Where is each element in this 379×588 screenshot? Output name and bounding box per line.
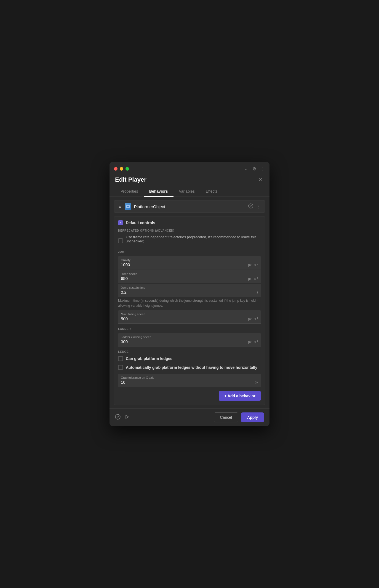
behavior-help-button[interactable]: ? — [248, 203, 253, 210]
jump-sustain-value-row: 0,2 s — [121, 290, 258, 295]
jump-sustain-hint: Maximum time (in seconds) during which t… — [118, 298, 261, 308]
max-falling-speed-value-row: 500 px · s-1 — [121, 316, 258, 321]
jump-sustain-field[interactable]: Jump sustain time 0,2 s — [118, 284, 261, 297]
jump-section-label: JUMP — [118, 250, 261, 253]
behavior-icon — [125, 203, 131, 210]
auto-grab-ledges-label: Automatically grab platform ledges witho… — [126, 365, 257, 370]
tabs-bar: Properties Behaviors Variables Effects — [110, 184, 269, 197]
tab-variables[interactable]: Variables — [174, 187, 200, 197]
jump-speed-field[interactable]: Jump speed 650 px · s-1 — [118, 270, 261, 283]
grab-tolerance-label: Grab tolerance on X axis — [121, 376, 258, 379]
ledge-section-label: LEDGE — [118, 350, 261, 353]
apply-button[interactable]: Apply — [241, 412, 264, 422]
edit-player-dialog: ⌄ ⚙ ⋮ Edit Player ✕ Properties Behaviors… — [110, 162, 269, 426]
deprecated-label: Use frame rate dependent trajectories (d… — [126, 235, 261, 243]
svg-text:?: ? — [250, 204, 252, 208]
ladder-climbing-speed-field[interactable]: Ladder climbing speed 300 px · s-1 — [118, 333, 261, 346]
max-falling-speed-unit: px · s-1 — [248, 317, 258, 321]
default-controls-label: Default controls — [126, 221, 155, 225]
svg-text:?: ? — [117, 415, 119, 419]
grab-tolerance-unit: px — [255, 380, 258, 384]
jump-speed-label: Jump speed — [121, 272, 258, 276]
ladder-climbing-speed-unit: px · s-1 — [248, 340, 258, 344]
auto-grab-ledges-checkbox[interactable] — [118, 365, 123, 370]
can-grab-ledges-label: Can grab platform ledges — [126, 356, 172, 361]
grab-tolerance-value: 10 — [121, 380, 126, 385]
more-icon[interactable]: ⋮ — [261, 166, 265, 171]
close-button[interactable]: ✕ — [256, 176, 264, 184]
titlebar: ⌄ ⚙ ⋮ — [110, 162, 269, 174]
auto-grab-ledges-row: Automatically grab platform ledges witho… — [118, 365, 261, 370]
close-traffic-light[interactable] — [114, 167, 118, 171]
jump-speed-value-row: 650 px · s-1 — [121, 276, 258, 281]
ladder-climbing-speed-value: 300 — [121, 339, 128, 344]
footer-right: Cancel Apply — [214, 412, 264, 422]
tab-properties[interactable]: Properties — [115, 187, 144, 197]
help-icon[interactable]: ? — [115, 414, 121, 421]
gravity-value-row: 1000 px · s-2 — [121, 262, 258, 267]
behavior-header-right: ? ⋮ — [248, 203, 261, 210]
grab-tolerance-value-row: 10 px — [121, 380, 258, 385]
jump-sustain-value: 0,2 — [121, 290, 127, 295]
add-behavior-button[interactable]: + Add a behavior — [219, 391, 261, 401]
grab-tolerance-field[interactable]: Grab tolerance on X axis 10 px — [118, 374, 261, 387]
footer-left: ? — [115, 414, 129, 421]
behavior-body: ✓ Default controls DEPRECATED OPTIONS (A… — [114, 216, 265, 405]
default-controls-checkbox[interactable]: ✓ — [118, 220, 123, 225]
footer: ? Cancel Apply — [110, 408, 269, 426]
jump-speed-unit: px · s-1 — [248, 276, 258, 281]
ladder-climbing-speed-label: Ladder climbing speed — [121, 335, 258, 339]
max-falling-speed-field[interactable]: Max. falling speed 500 px · s-1 — [118, 310, 261, 324]
max-falling-speed-label: Max. falling speed — [121, 312, 258, 316]
ladder-climbing-speed-value-row: 300 px · s-1 — [121, 339, 258, 344]
deprecated-checkbox-row: Use frame rate dependent trajectories (d… — [118, 235, 261, 247]
dropdown-icon[interactable]: ⌄ — [244, 166, 248, 171]
jump-sustain-unit: s — [257, 290, 258, 294]
gravity-value: 1000 — [121, 262, 130, 267]
minimize-traffic-light[interactable] — [120, 167, 123, 171]
default-controls-row: ✓ Default controls — [118, 220, 261, 225]
checkmark-icon: ✓ — [119, 221, 122, 225]
dialog-header: Edit Player ✕ — [110, 174, 269, 184]
can-grab-ledges-checkbox[interactable] — [118, 356, 123, 361]
dialog-title: Edit Player — [115, 176, 146, 183]
ladder-section-label: LADDER — [118, 327, 261, 330]
behavior-name: PlatformerObject — [134, 204, 165, 209]
can-grab-ledges-row: Can grab platform ledges — [118, 356, 261, 361]
gravity-field[interactable]: Gravity 1000 px · s-2 — [118, 256, 261, 269]
gravity-unit: px · s-2 — [248, 263, 258, 267]
deprecated-section-label: DEPRECATED OPTIONS (ADVANCED) — [118, 229, 261, 232]
gravity-label: Gravity — [121, 258, 258, 262]
behavior-header-left: ▲ PlatformerObject — [118, 203, 165, 210]
tab-behaviors[interactable]: Behaviors — [144, 187, 174, 197]
play-icon[interactable] — [124, 414, 129, 421]
jump-sustain-label: Jump sustain time — [121, 286, 258, 289]
cancel-button[interactable]: Cancel — [214, 412, 239, 422]
max-falling-speed-value: 500 — [121, 316, 128, 321]
behavior-more-button[interactable]: ⋮ — [257, 204, 261, 209]
behavior-header: ▲ PlatformerObject ? ⋮ — [114, 200, 265, 213]
content-area: ▲ PlatformerObject ? ⋮ — [110, 197, 269, 408]
puzzle-icon[interactable]: ⚙ — [252, 166, 256, 171]
titlebar-right: ⌄ ⚙ ⋮ — [244, 166, 265, 171]
traffic-lights — [114, 167, 129, 171]
tab-effects[interactable]: Effects — [200, 187, 223, 197]
jump-speed-value: 650 — [121, 276, 128, 281]
collapse-icon[interactable]: ▲ — [118, 204, 122, 209]
add-behavior-container: + Add a behavior — [118, 388, 261, 401]
maximize-traffic-light[interactable] — [126, 167, 129, 171]
deprecated-checkbox[interactable] — [118, 238, 123, 243]
